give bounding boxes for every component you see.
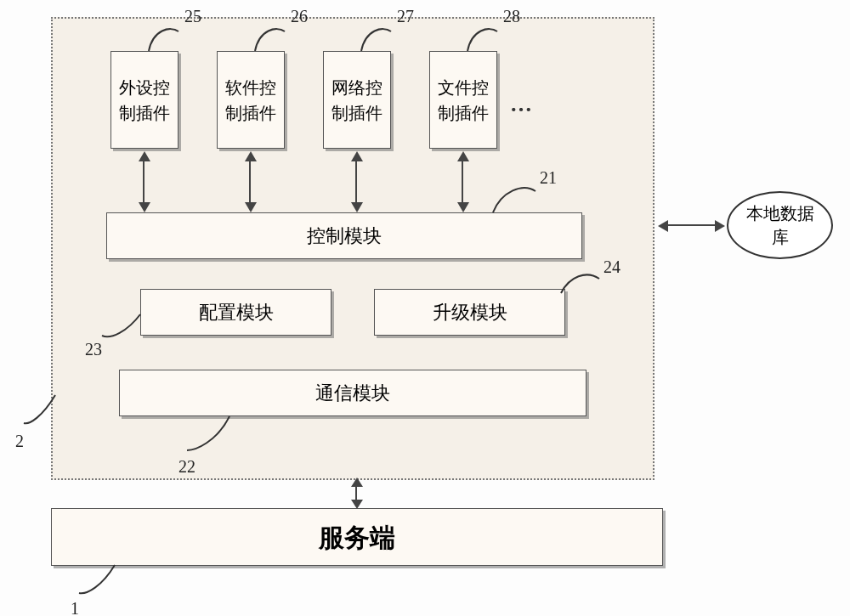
arrow-down-icon [351, 500, 363, 509]
communication-module: 通信模块 [119, 370, 586, 416]
callout-28: 28 [503, 7, 520, 26]
leader-23 [98, 314, 149, 353]
arrow-container-db [668, 224, 715, 226]
local-database: 本地数据 库 [727, 191, 833, 259]
callout-1: 1 [71, 599, 79, 616]
server-box: 服务端 [51, 508, 663, 566]
peripheral-control-plugin: 外设控 制插件 [110, 51, 178, 149]
arrow-plugin4-control [462, 161, 463, 202]
callout-26: 26 [291, 7, 308, 26]
control-module: 控制模块 [106, 212, 582, 259]
arrow-up-icon [245, 151, 257, 161]
callout-2: 2 [15, 432, 24, 451]
callout-22: 22 [178, 457, 196, 477]
arrow-right-icon [715, 220, 725, 232]
callout-23: 23 [85, 340, 102, 359]
leader-2 [21, 395, 64, 438]
arrow-up-icon [457, 151, 469, 161]
arrow-plugin3-control [355, 161, 357, 202]
arrow-down-icon [351, 202, 363, 212]
callout-24: 24 [604, 257, 620, 277]
software-control-plugin: 软件控 制插件 [217, 51, 285, 149]
arrow-down-icon [457, 202, 469, 212]
file-control-plugin: 文件控 制插件 [429, 51, 497, 149]
arrow-plugin1-control [143, 161, 144, 202]
arrow-up-icon [351, 151, 363, 161]
network-control-plugin: 网络控 制插件 [323, 51, 391, 149]
arrow-left-icon [658, 220, 668, 232]
arrow-up-icon [351, 478, 363, 487]
arrow-down-icon [139, 202, 150, 212]
arrow-plugin2-control [249, 161, 251, 202]
arrow-up-icon [139, 151, 150, 161]
plugins-ellipsis-icon: … [510, 92, 537, 117]
arrow-down-icon [245, 202, 257, 212]
upgrade-module: 升级模块 [374, 289, 565, 336]
leader-1 [76, 565, 128, 608]
callout-21: 21 [540, 168, 557, 188]
callout-27: 27 [397, 7, 414, 26]
callout-25: 25 [184, 7, 201, 26]
config-module: 配置模块 [140, 289, 332, 336]
